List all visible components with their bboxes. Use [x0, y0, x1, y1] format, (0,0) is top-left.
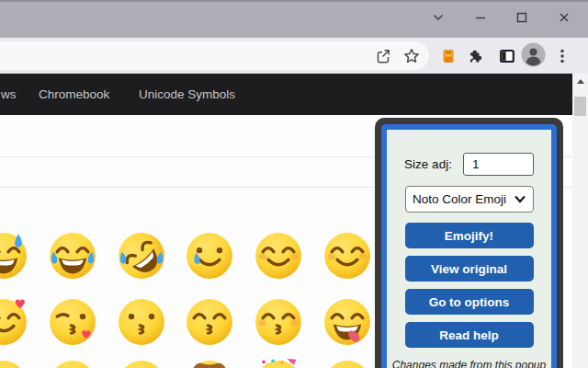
menu-kebab-icon[interactable]: [557, 48, 568, 64]
nav-item-unicode-symbols[interactable]: Unicode Symbols: [139, 74, 235, 115]
emoji-kissing-face-with-closed-eyes[interactable]: [254, 297, 303, 347]
emoji-font-select-value: Noto Color Emoji: [413, 192, 506, 206]
view-original-button[interactable]: View original: [405, 256, 534, 282]
window-top-edge: [0, 0, 588, 2]
emoji-slightly-smiling-face[interactable]: [0, 359, 28, 368]
window-chevron-button[interactable]: [430, 9, 447, 26]
window-close-button[interactable]: [556, 9, 572, 26]
popup-blue-border: Size adj: Noto Color Emoji Emojify! View…: [381, 124, 557, 368]
emoji-kissing-face[interactable]: [117, 297, 166, 347]
size-adjust-input[interactable]: [463, 153, 534, 176]
nav-item-chromebook[interactable]: Chromebook: [39, 74, 109, 115]
browser-window: ws Chromebook Unicode Symbols Size adj: …: [0, 0, 588, 368]
bookmark-star-icon[interactable]: [403, 48, 420, 64]
window-titlebar: [0, 0, 588, 38]
chevron-down-icon: [514, 195, 526, 203]
page-scrollbar[interactable]: [572, 74, 588, 368]
site-navbar: ws Chromebook Unicode Symbols: [0, 74, 572, 115]
nav-item-windows-truncated[interactable]: ws: [1, 74, 17, 115]
emoji-smiling-face-with-sunglasses[interactable]: [117, 359, 166, 368]
emoji-face-savoring-food[interactable]: [322, 297, 372, 347]
emoji-rolling-on-the-floor-laughing[interactable]: [117, 231, 166, 281]
popup-footnote: Changes made from this popup: [387, 359, 551, 368]
emoji-smiling-face-blush[interactable]: [322, 359, 372, 368]
size-adjust-label: Size adj:: [404, 157, 452, 171]
popup-content: Size adj: Noto Color Emoji Emojify! View…: [387, 130, 551, 368]
emoji-font-select[interactable]: Noto Color Emoji: [405, 186, 534, 213]
emojify-extension-icon[interactable]: [440, 48, 457, 64]
scrollbar-up-arrow-icon[interactable]: [572, 74, 588, 89]
emoji-face-with-tears-of-joy[interactable]: [48, 231, 97, 281]
emoji-smiling-face[interactable]: [254, 231, 303, 281]
emoji-smiling-face-with-tear[interactable]: [185, 231, 234, 281]
emoji-relieved-face[interactable]: [48, 359, 97, 368]
emoji-grinning-face-with-sweat[interactable]: [0, 231, 28, 281]
side-panel-icon[interactable]: [499, 48, 515, 64]
scrollbar-thumb[interactable]: [574, 97, 586, 116]
emoji-cowboy-hat-face[interactable]: [185, 359, 234, 368]
read-help-button[interactable]: Read help: [405, 322, 534, 348]
extension-popup: Size adj: Noto Color Emoji Emojify! View…: [375, 118, 563, 368]
emoji-smiling-face-with-smiling-eyes[interactable]: [322, 231, 372, 281]
emoji-kissing-face-with-smiling-eyes[interactable]: [185, 297, 234, 347]
window-maximize-button[interactable]: [514, 9, 530, 26]
go-to-options-button[interactable]: Go to options: [405, 289, 534, 315]
share-icon[interactable]: [375, 48, 391, 64]
extensions-puzzle-icon[interactable]: [467, 48, 483, 64]
emojify-button[interactable]: Emojify!: [405, 223, 534, 248]
browser-toolbar: [0, 38, 588, 74]
window-minimize-button[interactable]: [472, 9, 489, 26]
address-bar[interactable]: [0, 41, 429, 70]
profile-avatar[interactable]: [521, 42, 546, 67]
size-adjust-row: Size adj:: [387, 153, 551, 176]
emoji-smiling-face-with-hearts[interactable]: [0, 297, 28, 347]
emoji-face-blowing-a-kiss[interactable]: [48, 297, 97, 347]
emoji-partying-face[interactable]: [254, 359, 303, 368]
